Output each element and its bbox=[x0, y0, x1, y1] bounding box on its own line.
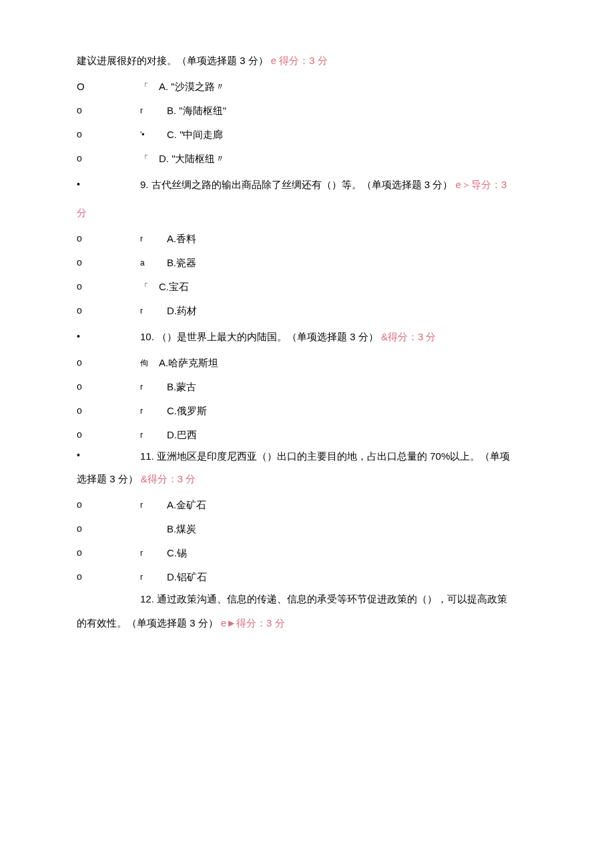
q10-question: • 10. （）是世界上最大的内陆国。（单项选择题 3 分） &得分：3 分 bbox=[77, 323, 574, 351]
radio-mark: a bbox=[140, 254, 159, 273]
option-text: B.蒙古 bbox=[167, 375, 196, 399]
q9-question: • 9. 古代丝绸之路的输出商品除了丝绸还有（）等。（单项选择题 3 分） e＞… bbox=[77, 171, 574, 199]
q10-score: &得分：3 分 bbox=[381, 331, 436, 342]
radio-mark: r bbox=[140, 101, 159, 121]
bullet-icon: o bbox=[77, 123, 140, 146]
radio-mark: r bbox=[140, 568, 159, 587]
option-text: D.巴西 bbox=[167, 423, 197, 447]
radio-mark: r bbox=[140, 426, 159, 445]
bullet-icon: o bbox=[77, 376, 140, 398]
option-text: A.哈萨克斯坦 bbox=[159, 351, 218, 375]
bullet-icon: o bbox=[77, 424, 140, 446]
q12-question: 12. 通过政策沟通、信息的传递、信息的承受等环节促进政策的（），可以提高政策 bbox=[77, 589, 574, 609]
q12-text: 12. 通过政策沟通、信息的传递、信息的承受等环节促进政策的（），可以提高政策 bbox=[140, 593, 507, 604]
q12-body: 通过政策沟通、信息的传递、信息的承受等环节促进政策的（），可以提高政策 bbox=[154, 593, 507, 604]
option-text: C. "中间走廊 bbox=[167, 123, 224, 147]
option-text: D.药材 bbox=[167, 299, 197, 323]
option-text: A.香料 bbox=[167, 227, 196, 251]
option-text: D. "大陆枢纽〃 bbox=[159, 147, 226, 171]
q11-continuation: 选择题 3 分） &得分：3 分 bbox=[77, 465, 574, 493]
q9-option-d[interactable]: o r D.药材 bbox=[77, 299, 574, 323]
q8-score: e 得分：3 分 bbox=[271, 55, 328, 66]
option-text: B.瓷器 bbox=[167, 251, 196, 275]
q9-number: 9. bbox=[140, 171, 149, 199]
radio-mark: 「 bbox=[140, 278, 159, 297]
bullet-icon: o bbox=[77, 276, 140, 298]
bullet-icon: o bbox=[77, 542, 140, 564]
option-text: D.铝矿石 bbox=[167, 565, 207, 589]
radio-mark: r bbox=[140, 544, 159, 563]
bullet-icon: o bbox=[77, 99, 140, 122]
q11-option-a[interactable]: o r A.金矿石 bbox=[77, 493, 574, 517]
bullet-icon: o bbox=[77, 147, 140, 170]
q9-option-c[interactable]: o 「 C.宝石 bbox=[77, 275, 574, 299]
radio-mark: '• bbox=[140, 125, 159, 145]
radio-mark: r bbox=[140, 230, 159, 249]
q11-number: 11. bbox=[140, 447, 154, 465]
q12-score: e►得分：3 分 bbox=[221, 617, 285, 628]
radio-mark: r bbox=[140, 302, 159, 321]
bullet-icon: • bbox=[77, 171, 140, 197]
radio-mark: 佝 bbox=[140, 354, 159, 373]
q10-text: 10. （）是世界上最大的内陆国。（单项选择题 3 分） &得分：3 分 bbox=[140, 323, 436, 351]
bullet-icon: o bbox=[77, 352, 140, 374]
q11-cont-text: 选择题 3 分） bbox=[77, 473, 138, 484]
radio-mark: 「 bbox=[140, 77, 159, 97]
q10-number: 10. bbox=[140, 323, 154, 351]
q11-body: 亚洲地区是印度尼西亚（）出口的主要目的地，占出口总量的 70%以上。（单项 bbox=[154, 450, 510, 462]
q8-option-c[interactable]: o '• C. "中间走廊 bbox=[77, 123, 574, 147]
option-text: A.金矿石 bbox=[167, 493, 206, 517]
q11-option-b[interactable]: o B.煤炭 bbox=[77, 517, 574, 541]
q11-text: 11. 亚洲地区是印度尼西亚（）出口的主要目的地，占出口总量的 70%以上。（单… bbox=[140, 447, 510, 465]
bullet-icon: • bbox=[77, 324, 140, 350]
q9-option-b[interactable]: o a B.瓷器 bbox=[77, 251, 574, 275]
q9-score: e＞导分：3 bbox=[456, 179, 507, 190]
bullet-icon: o bbox=[77, 400, 140, 422]
q11-option-c[interactable]: o r C.锡 bbox=[77, 541, 574, 565]
option-text: C.宝石 bbox=[159, 275, 189, 299]
q9-body: 古代丝绸之路的输出商品除了丝绸还有（）等。（单项选择题 3 分） bbox=[149, 179, 453, 190]
radio-mark: r bbox=[140, 402, 159, 421]
q12-cont-text: 的有效性。（单项选择题 3 分） bbox=[77, 617, 218, 628]
q12-continuation: 的有效性。（单项选择题 3 分） e►得分：3 分 bbox=[77, 609, 574, 637]
option-text: C.俄罗斯 bbox=[167, 399, 207, 423]
bullet-icon: o bbox=[77, 494, 140, 516]
bullet-icon: • bbox=[77, 447, 140, 464]
option-text: B.煤炭 bbox=[167, 517, 196, 541]
bullet-icon: o bbox=[77, 228, 140, 250]
option-text: A. "沙漠之路〃 bbox=[159, 75, 225, 99]
q12-number: 12. bbox=[140, 589, 154, 609]
q9-text: 9. 古代丝绸之路的输出商品除了丝绸还有（）等。（单项选择题 3 分） e＞导分… bbox=[140, 171, 507, 199]
q10-option-d[interactable]: o r D.巴西 bbox=[77, 423, 574, 447]
option-text: C.锡 bbox=[167, 541, 187, 565]
q10-option-b[interactable]: o r B.蒙古 bbox=[77, 375, 574, 399]
q8-option-d[interactable]: o 「 D. "大陆枢纽〃 bbox=[77, 147, 574, 171]
q11-score: &得分：3 分 bbox=[141, 473, 196, 484]
document-content: 建议进展很好的对接。（单项选择题 3 分） e 得分：3 分 O 「 A. "沙… bbox=[0, 47, 614, 637]
q8-continuation-line: 建议进展很好的对接。（单项选择题 3 分） e 得分：3 分 bbox=[77, 47, 574, 75]
bullet-icon: O bbox=[77, 75, 140, 99]
q10-body: （）是世界上最大的内陆国。（单项选择题 3 分） bbox=[154, 331, 378, 342]
q8-option-b[interactable]: o r B. "海陆枢纽" bbox=[77, 99, 574, 123]
bullet-icon: o bbox=[77, 252, 140, 274]
q10-option-a[interactable]: o 佝 A.哈萨克斯坦 bbox=[77, 351, 574, 375]
bullet-icon: o bbox=[77, 300, 140, 322]
radio-mark: r bbox=[140, 496, 159, 515]
bullet-icon: o bbox=[77, 518, 140, 540]
q8-option-a[interactable]: O 「 A. "沙漠之路〃 bbox=[77, 75, 574, 99]
radio-mark: 「 bbox=[140, 149, 159, 169]
q10-option-c[interactable]: o r C.俄罗斯 bbox=[77, 399, 574, 423]
q9-option-a[interactable]: o r A.香料 bbox=[77, 227, 574, 251]
q11-option-d[interactable]: o r D.铝矿石 bbox=[77, 565, 574, 589]
option-text: B. "海陆枢纽" bbox=[167, 99, 226, 123]
q11-question: • 11. 亚洲地区是印度尼西亚（）出口的主要目的地，占出口总量的 70%以上。… bbox=[77, 447, 574, 465]
radio-mark: r bbox=[140, 378, 159, 397]
q8-cont-text: 建议进展很好的对接。（单项选择题 3 分） bbox=[77, 55, 268, 66]
bullet-icon: o bbox=[77, 566, 140, 588]
q9-score-continuation: 分 bbox=[77, 199, 574, 227]
